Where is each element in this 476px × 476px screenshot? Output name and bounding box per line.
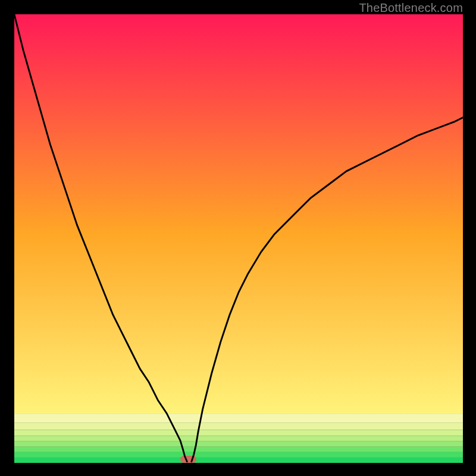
svg-rect-7 bbox=[14, 422, 463, 430]
svg-rect-3 bbox=[14, 447, 463, 452]
svg-rect-2 bbox=[14, 452, 463, 458]
watermark-text: TheBottleneck.com bbox=[359, 1, 463, 15]
svg-rect-8 bbox=[14, 414, 463, 422]
svg-rect-5 bbox=[14, 436, 463, 441]
svg-rect-4 bbox=[14, 441, 463, 447]
svg-rect-1 bbox=[14, 458, 463, 463]
bottleneck-chart bbox=[14, 14, 463, 463]
bottleneck-marker bbox=[180, 456, 196, 463]
svg-rect-6 bbox=[14, 430, 463, 436]
chart-frame bbox=[14, 14, 463, 463]
svg-rect-0 bbox=[14, 14, 463, 414]
